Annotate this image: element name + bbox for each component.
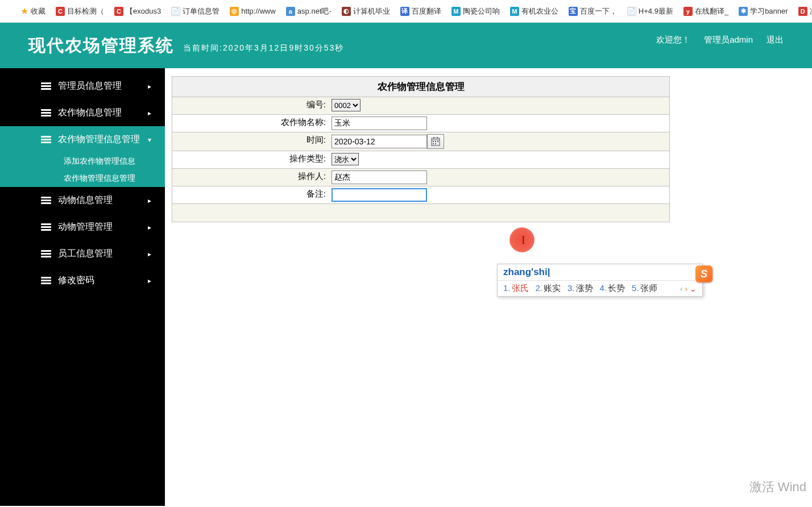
remark-input[interactable] <box>332 188 427 202</box>
ime-candidate-number: 2. <box>536 283 543 294</box>
logout-link[interactable]: 退出 <box>767 35 784 45</box>
chevron-right-icon: ▸ <box>148 277 151 285</box>
bookmark-item[interactable]: C【exodus3 <box>114 6 161 16</box>
date-picker-button[interactable] <box>427 134 444 149</box>
ime-candidate-number: 4. <box>600 283 607 294</box>
bookmark-item[interactable]: ◎http://www <box>230 6 276 16</box>
menu-icon <box>41 277 51 284</box>
svg-rect-5 <box>435 141 436 142</box>
bookmark-item[interactable]: 宝百度一下， <box>569 6 617 16</box>
ime-candidate-text: 涨势 <box>576 283 593 294</box>
bookmark-favicon: a <box>286 7 295 16</box>
chevron-right-icon: ▸ <box>148 250 151 258</box>
content-area: 农作物管理信息管理 编号: 0002 农作物名称: 时间: <box>165 68 812 506</box>
bookmark-label: 计算机毕业 <box>353 6 390 16</box>
ime-candidate-number: 5. <box>632 283 639 294</box>
ime-candidate[interactable]: 3.涨势 <box>567 283 593 294</box>
sidebar-item-label: 管理员信息管理 <box>58 80 122 92</box>
bookmark-label: 订单信息管 <box>183 6 219 16</box>
bookmark-item[interactable]: 📄订单信息管 <box>171 6 219 16</box>
ime-candidate-text: 账实 <box>544 283 561 294</box>
admin-link[interactable]: 管理员admin <box>704 35 753 45</box>
bookmark-favicon: 宝 <box>569 7 578 16</box>
bookmark-item[interactable]: ◐计算机毕业 <box>342 6 390 16</box>
ime-candidate-number: 1. <box>503 283 511 294</box>
welcome-text: 欢迎您！ <box>656 35 690 45</box>
sidebar-item-label: 农作物管理信息管理 <box>58 134 140 146</box>
remark-label: 备注: <box>172 186 329 203</box>
bookmark-item[interactable]: M有机农业公 <box>510 6 558 16</box>
sidebar-item-label: 员工信息管理 <box>58 248 113 260</box>
ime-prev-icon[interactable]: ‹ <box>680 284 683 293</box>
current-time: 当前时间:2020年3月12日9时30分53秒 <box>183 43 344 53</box>
time-label: 时间: <box>172 132 329 151</box>
bookmark-favicon: y <box>683 7 693 16</box>
ime-candidate[interactable]: 1.张氏 <box>503 283 529 294</box>
bookmark-label: 次元仓 <box>810 6 812 16</box>
bookmark-item[interactable]: ✱学习banner <box>739 6 788 16</box>
ime-next-icon[interactable]: › <box>685 284 687 293</box>
bookmark-item[interactable]: D次元仓 <box>798 6 812 16</box>
bookmark-item[interactable]: 📄H+4.9最新 <box>627 6 673 16</box>
sidebar-item[interactable]: 员工信息管理▸ <box>0 240 165 267</box>
menu-icon <box>41 82 51 90</box>
crop-name-input[interactable] <box>332 117 427 130</box>
bookmark-favicon: ◎ <box>230 7 239 16</box>
bookmark-favicon: D <box>798 7 807 16</box>
submenu-item[interactable]: 农作物管理信息管理 <box>0 170 165 187</box>
sidebar: 管理员信息管理▸农作物信息管理▸农作物管理信息管理▾添加农作物管理信息农作物管理… <box>0 68 165 506</box>
ime-candidate[interactable]: 4.长势 <box>600 283 625 294</box>
calendar-icon <box>431 137 440 146</box>
bookmark-label: 百度翻译 <box>412 6 441 16</box>
bookmark-favicon: 📄 <box>171 7 180 16</box>
favorites-label: 收藏 <box>31 6 45 16</box>
ime-candidate-number: 3. <box>567 283 575 294</box>
ime-candidates: 1.张氏2.账实3.涨势4.长势5.张师‹›⌄ <box>498 281 702 296</box>
operator-input[interactable] <box>332 171 427 184</box>
ime-candidate[interactable]: 5.张师 <box>632 283 657 294</box>
favorites-button[interactable]: ★ 收藏 <box>20 6 45 16</box>
sidebar-item[interactable]: 动物管理管理▸ <box>0 214 165 240</box>
operator-label: 操作人: <box>172 169 329 186</box>
svg-rect-4 <box>433 141 434 142</box>
ime-popup: S zhang'shi 1.张氏2.账实3.涨势4.长势5.张师‹›⌄ <box>497 264 703 297</box>
bookmark-favicon: M <box>510 7 519 16</box>
sidebar-item-label: 动物信息管理 <box>58 194 113 206</box>
ime-logo-icon: S <box>695 265 712 282</box>
bookmark-item[interactable]: aasp.net吧- <box>286 6 332 16</box>
ime-expand-icon[interactable]: ⌄ <box>690 284 697 293</box>
menu-icon <box>41 109 51 117</box>
sidebar-item-label: 动物管理管理 <box>58 221 113 233</box>
chevron-right-icon: ▸ <box>148 223 151 231</box>
sidebar-item[interactable]: 动物信息管理▸ <box>0 187 165 214</box>
bookmark-favicon: 译 <box>400 7 409 16</box>
sidebar-item[interactable]: 农作物信息管理▸ <box>0 99 165 126</box>
bookmarks-bar: ★ 收藏 C目标检测（C【exodus3📄订单信息管◎http://wwwaas… <box>0 0 812 23</box>
menu-icon <box>41 136 51 143</box>
bookmark-label: asp.net吧- <box>297 6 332 16</box>
bookmark-favicon: ◐ <box>342 7 351 16</box>
bookmark-item[interactable]: C目标检测（ <box>56 6 104 16</box>
bookmark-item[interactable]: M陶瓷公司响 <box>451 6 500 16</box>
menu-icon <box>41 250 51 257</box>
svg-rect-8 <box>435 143 436 144</box>
id-select[interactable]: 0002 <box>332 99 361 111</box>
sidebar-item[interactable]: 管理员信息管理▸ <box>0 73 165 99</box>
sidebar-item[interactable]: 农作物管理信息管理▾ <box>0 126 165 153</box>
ime-candidate[interactable]: 2.账实 <box>536 283 561 294</box>
submenu-item[interactable]: 添加农作物管理信息 <box>0 153 165 170</box>
bookmark-item[interactable]: 译百度翻译 <box>400 6 441 16</box>
bookmark-label: 目标检测（ <box>67 6 104 16</box>
sidebar-item-label: 农作物信息管理 <box>58 107 122 119</box>
bookmark-label: http://www <box>241 7 276 15</box>
chevron-down-icon: ▾ <box>148 136 151 144</box>
op-type-select[interactable]: 浇水 <box>332 153 359 165</box>
bookmark-label: 【exodus3 <box>126 6 161 16</box>
sidebar-item[interactable]: 修改密码▸ <box>0 267 165 294</box>
ime-candidate-text: 张师 <box>640 283 657 294</box>
date-input[interactable] <box>332 135 427 148</box>
app-header: 现代农场管理系统 当前时间:2020年3月12日9时30分53秒 欢迎您！ 管理… <box>0 23 812 68</box>
bookmark-label: 学习banner <box>750 6 788 16</box>
name-label: 农作物名称: <box>172 115 329 132</box>
bookmark-item[interactable]: y在线翻译_ <box>683 6 728 16</box>
